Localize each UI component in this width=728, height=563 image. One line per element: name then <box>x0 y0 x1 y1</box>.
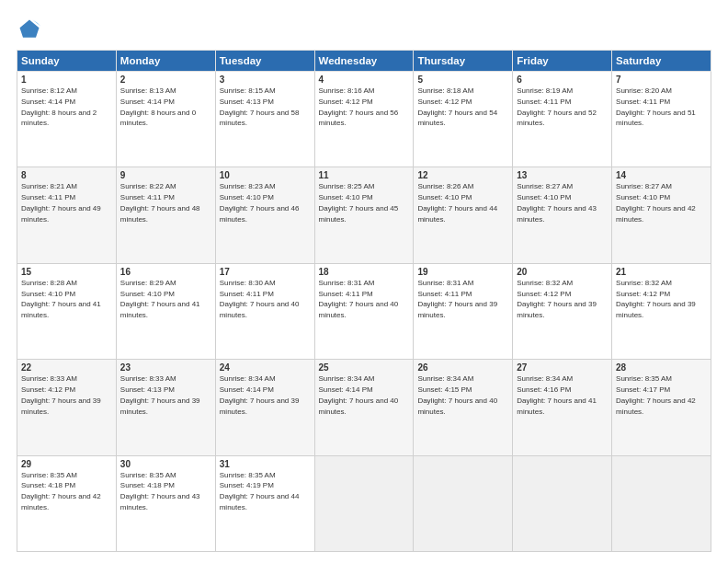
day-info: Sunrise: 8:27 AMSunset: 4:10 PMDaylight:… <box>517 182 597 223</box>
week-row-5: 29 Sunrise: 8:35 AMSunset: 4:18 PMDaylig… <box>17 455 711 551</box>
day-number: 18 <box>319 267 410 277</box>
logo <box>17 17 46 42</box>
day-cell-15: 15 Sunrise: 8:28 AMSunset: 4:10 PMDaylig… <box>17 263 117 359</box>
calendar-table: SundayMondayTuesdayWednesdayThursdayFrid… <box>17 50 711 552</box>
day-number: 5 <box>417 75 508 85</box>
day-cell-30: 30 Sunrise: 8:35 AMSunset: 4:18 PMDaylig… <box>116 455 215 551</box>
day-cell-4: 4 Sunrise: 8:16 AMSunset: 4:12 PMDayligh… <box>314 72 414 167</box>
empty-cell <box>314 455 414 551</box>
day-number: 8 <box>21 170 112 180</box>
day-number: 29 <box>21 459 112 469</box>
day-cell-2: 2 Sunrise: 8:13 AMSunset: 4:14 PMDayligh… <box>116 72 215 167</box>
week-row-3: 15 Sunrise: 8:28 AMSunset: 4:10 PMDaylig… <box>17 263 711 359</box>
day-number: 19 <box>417 267 508 277</box>
day-info: Sunrise: 8:25 AMSunset: 4:10 PMDaylight:… <box>319 182 399 223</box>
empty-cell <box>513 455 612 551</box>
day-number: 24 <box>220 362 311 373</box>
day-number: 11 <box>319 170 410 180</box>
day-number: 27 <box>517 362 608 373</box>
day-number: 9 <box>120 170 211 180</box>
day-number: 17 <box>220 267 311 277</box>
day-info: Sunrise: 8:35 AMSunset: 4:18 PMDaylight:… <box>120 471 200 511</box>
day-number: 3 <box>220 75 311 85</box>
day-cell-22: 22 Sunrise: 8:33 AMSunset: 4:12 PMDaylig… <box>17 360 117 455</box>
day-info: Sunrise: 8:32 AMSunset: 4:12 PMDaylight:… <box>517 279 597 319</box>
day-cell-31: 31 Sunrise: 8:35 AMSunset: 4:19 PMDaylig… <box>215 455 314 551</box>
day-info: Sunrise: 8:16 AMSunset: 4:12 PMDaylight:… <box>319 86 399 127</box>
day-cell-19: 19 Sunrise: 8:31 AMSunset: 4:11 PMDaylig… <box>414 263 513 359</box>
day-cell-24: 24 Sunrise: 8:34 AMSunset: 4:14 PMDaylig… <box>215 360 314 455</box>
weekday-header-monday: Monday <box>116 51 215 72</box>
day-number: 31 <box>220 459 311 469</box>
day-info: Sunrise: 8:28 AMSunset: 4:10 PMDaylight:… <box>21 279 101 319</box>
day-cell-29: 29 Sunrise: 8:35 AMSunset: 4:18 PMDaylig… <box>17 455 117 551</box>
day-number: 15 <box>21 267 112 277</box>
day-number: 16 <box>120 267 211 277</box>
day-cell-6: 6 Sunrise: 8:19 AMSunset: 4:11 PMDayligh… <box>513 72 612 167</box>
day-number: 23 <box>120 362 211 373</box>
day-info: Sunrise: 8:31 AMSunset: 4:11 PMDaylight:… <box>417 279 497 319</box>
day-cell-3: 3 Sunrise: 8:15 AMSunset: 4:13 PMDayligh… <box>215 72 314 167</box>
day-info: Sunrise: 8:35 AMSunset: 4:18 PMDaylight:… <box>21 471 101 511</box>
day-cell-7: 7 Sunrise: 8:20 AMSunset: 4:11 PMDayligh… <box>612 72 711 167</box>
day-info: Sunrise: 8:21 AMSunset: 4:11 PMDaylight:… <box>21 182 101 223</box>
day-info: Sunrise: 8:15 AMSunset: 4:13 PMDaylight:… <box>220 86 300 127</box>
day-number: 28 <box>616 362 707 373</box>
day-cell-17: 17 Sunrise: 8:30 AMSunset: 4:11 PMDaylig… <box>215 263 314 359</box>
day-info: Sunrise: 8:30 AMSunset: 4:11 PMDaylight:… <box>220 279 300 319</box>
day-cell-12: 12 Sunrise: 8:26 AMSunset: 4:10 PMDaylig… <box>414 167 513 263</box>
day-number: 21 <box>616 267 707 277</box>
day-cell-1: 1 Sunrise: 8:12 AMSunset: 4:14 PMDayligh… <box>17 72 117 167</box>
day-cell-13: 13 Sunrise: 8:27 AMSunset: 4:10 PMDaylig… <box>513 167 612 263</box>
day-number: 12 <box>417 170 508 180</box>
day-number: 30 <box>120 459 211 469</box>
day-cell-5: 5 Sunrise: 8:18 AMSunset: 4:12 PMDayligh… <box>414 72 513 167</box>
day-number: 1 <box>21 75 112 85</box>
weekday-header-row: SundayMondayTuesdayWednesdayThursdayFrid… <box>17 51 711 72</box>
day-info: Sunrise: 8:35 AMSunset: 4:19 PMDaylight:… <box>220 471 300 511</box>
day-cell-10: 10 Sunrise: 8:23 AMSunset: 4:10 PMDaylig… <box>215 167 314 263</box>
weekday-header-tuesday: Tuesday <box>215 51 314 72</box>
day-info: Sunrise: 8:32 AMSunset: 4:12 PMDaylight:… <box>616 279 696 319</box>
day-cell-16: 16 Sunrise: 8:29 AMSunset: 4:10 PMDaylig… <box>116 263 215 359</box>
week-row-1: 1 Sunrise: 8:12 AMSunset: 4:14 PMDayligh… <box>17 72 711 167</box>
day-number: 2 <box>120 75 211 85</box>
day-number: 14 <box>616 170 707 180</box>
day-info: Sunrise: 8:12 AMSunset: 4:14 PMDaylight:… <box>21 86 97 127</box>
day-cell-9: 9 Sunrise: 8:22 AMSunset: 4:11 PMDayligh… <box>116 167 215 263</box>
day-info: Sunrise: 8:33 AMSunset: 4:12 PMDaylight:… <box>21 374 101 415</box>
weekday-header-sunday: Sunday <box>17 51 117 72</box>
day-number: 10 <box>220 170 311 180</box>
day-number: 25 <box>319 362 410 373</box>
day-number: 20 <box>517 267 608 277</box>
day-info: Sunrise: 8:34 AMSunset: 4:14 PMDaylight:… <box>220 374 300 415</box>
day-cell-27: 27 Sunrise: 8:34 AMSunset: 4:16 PMDaylig… <box>513 360 612 455</box>
day-info: Sunrise: 8:34 AMSunset: 4:15 PMDaylight:… <box>417 374 497 415</box>
week-row-4: 22 Sunrise: 8:33 AMSunset: 4:12 PMDaylig… <box>17 360 711 455</box>
empty-cell <box>414 455 513 551</box>
day-number: 26 <box>417 362 508 373</box>
day-cell-28: 28 Sunrise: 8:35 AMSunset: 4:17 PMDaylig… <box>612 360 711 455</box>
day-number: 4 <box>319 75 410 85</box>
weekday-header-friday: Friday <box>513 51 612 72</box>
day-info: Sunrise: 8:18 AMSunset: 4:12 PMDaylight:… <box>417 86 497 127</box>
day-cell-23: 23 Sunrise: 8:33 AMSunset: 4:13 PMDaylig… <box>116 360 215 455</box>
day-info: Sunrise: 8:22 AMSunset: 4:11 PMDaylight:… <box>120 182 200 223</box>
day-info: Sunrise: 8:13 AMSunset: 4:14 PMDaylight:… <box>120 86 196 127</box>
day-cell-8: 8 Sunrise: 8:21 AMSunset: 4:11 PMDayligh… <box>17 167 117 263</box>
day-info: Sunrise: 8:23 AMSunset: 4:10 PMDaylight:… <box>220 182 300 223</box>
day-info: Sunrise: 8:34 AMSunset: 4:14 PMDaylight:… <box>319 374 399 415</box>
weekday-header-saturday: Saturday <box>612 51 711 72</box>
day-info: Sunrise: 8:35 AMSunset: 4:17 PMDaylight:… <box>616 374 696 415</box>
weekday-header-thursday: Thursday <box>414 51 513 72</box>
page: SundayMondayTuesdayWednesdayThursdayFrid… <box>0 0 728 563</box>
week-row-2: 8 Sunrise: 8:21 AMSunset: 4:11 PMDayligh… <box>17 167 711 263</box>
day-info: Sunrise: 8:27 AMSunset: 4:10 PMDaylight:… <box>616 182 696 223</box>
day-info: Sunrise: 8:31 AMSunset: 4:11 PMDaylight:… <box>319 279 399 319</box>
day-info: Sunrise: 8:19 AMSunset: 4:11 PMDaylight:… <box>517 86 597 127</box>
day-cell-21: 21 Sunrise: 8:32 AMSunset: 4:12 PMDaylig… <box>612 263 711 359</box>
day-info: Sunrise: 8:26 AMSunset: 4:10 PMDaylight:… <box>417 182 497 223</box>
day-number: 6 <box>517 75 608 85</box>
day-cell-11: 11 Sunrise: 8:25 AMSunset: 4:10 PMDaylig… <box>314 167 414 263</box>
day-info: Sunrise: 8:20 AMSunset: 4:11 PMDaylight:… <box>616 86 696 127</box>
